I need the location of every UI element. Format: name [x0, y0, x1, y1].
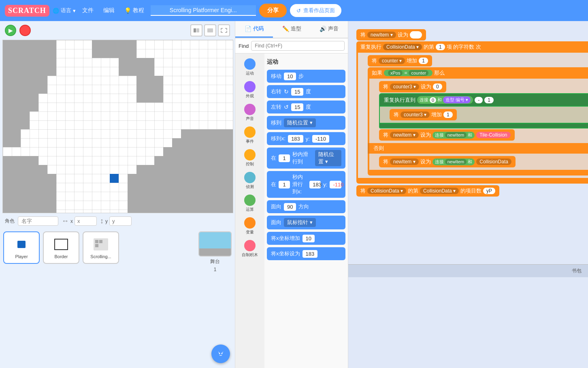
block-turn-left[interactable]: 左转 ↺ 15 度 [267, 101, 345, 113]
svg-rect-28 [199, 248, 232, 257]
svg-rect-19 [3, 156, 38, 165]
file-menu[interactable]: 文件 [79, 5, 97, 16]
counter3-dropdown-2[interactable]: counter3 ▾ [401, 111, 430, 118]
code-workspace[interactable]: 将 newItem ▾ 设为 重复执行 CollisionData ▾ 的第 1… [352, 25, 588, 268]
block-goto-xy[interactable]: 移到x: 183 y: -110 [267, 132, 345, 145]
svg-rect-11 [136, 165, 233, 213]
category-motion[interactable]: 运动 [236, 57, 263, 78]
category-variables[interactable]: 变量 [236, 216, 263, 237]
category-looks[interactable]: 外观 [236, 79, 263, 101]
x-input[interactable] [75, 216, 97, 226]
stage-thumbnail[interactable] [198, 231, 232, 257]
block-inc-counter3[interactable]: 将 counter3 ▾ 增加 1 [390, 109, 588, 120]
block-set-x[interactable]: 将x坐标设为 183 [267, 247, 345, 260]
glide-dropdown[interactable]: 随机位置 ▾ [315, 150, 341, 166]
block-set-collision-bottom[interactable]: 将 CollisionData ▾ 的第 CollisionData ▾ 的项目… [356, 185, 588, 197]
block-increase-counter[interactable]: 将 counter ▾ 增加 1 [368, 55, 588, 66]
fullscreen-icon [221, 28, 227, 33]
share-button[interactable]: 分享 [259, 4, 287, 17]
sprite-item-border[interactable]: Border [43, 231, 79, 264]
block-repeat-until[interactable]: 重复执行直到 连接 0 和 造型 编号 ▾ - 1 [379, 93, 588, 128]
block-change-x[interactable]: 将x坐标增加 10 [267, 232, 345, 245]
block-if-xpos-counter[interactable]: 如果 xPos = counter 那么 [368, 67, 588, 175]
stage-size-buttons [190, 24, 230, 36]
random-dropdown[interactable]: 随机位置 ▾ [284, 118, 316, 127]
normal-stage-button[interactable] [204, 24, 216, 36]
code-icon: 📄 [245, 26, 251, 32]
variables-circle [244, 217, 256, 229]
center-panel: 📄 代码 ✏️ 造型 🔊 声音 Find 运动 [235, 21, 348, 368]
until-condition: 连接 0 和 造型 编号 ▾ [417, 96, 473, 104]
stage-canvas [2, 40, 233, 213]
y-input[interactable] [109, 216, 132, 226]
svg-rect-21 [17, 241, 26, 248]
join-block-2: 连接 newItem 和 [432, 158, 475, 165]
language-button[interactable]: 🌐 语言 ▾ [53, 7, 76, 14]
green-flag-button[interactable]: ▶ [5, 25, 16, 36]
x-label: x [70, 218, 73, 224]
fullscreen-button[interactable] [218, 24, 230, 36]
tab-code[interactable]: 📄 代码 [235, 21, 273, 38]
collision-dropdown-3[interactable]: CollisionData ▾ [367, 188, 406, 194]
small-stage-button[interactable] [190, 24, 202, 36]
collision-index-dropdown[interactable]: CollisionData ▾ [420, 188, 459, 194]
block-turn-right[interactable]: 右转 ↻ 15 度 [267, 85, 345, 98]
y-label: y [105, 218, 108, 224]
block-set-newitem-join2[interactable]: 将 newItem ▾ 设为 连接 newItem 和 Coll [379, 156, 588, 167]
left-panel: ▶ [0, 21, 235, 368]
svg-rect-12 [128, 174, 136, 213]
block-glide-random[interactable]: 在 1 秒内滑行到 随机位置 ▾ [267, 148, 345, 169]
tutorial-button[interactable]: 💡 教程 [121, 5, 147, 16]
newitem-dropdown-1[interactable]: newItem ▾ [367, 32, 396, 38]
scrolling-sprite-icon [93, 237, 109, 251]
scrolling-thumb [91, 236, 111, 252]
top-navigation: SCRATCH 🌐 语言 ▾ 文件 编辑 💡 教程 分享 ↺ 查看作品页面 [0, 0, 588, 21]
code-tabs: 📄 代码 ✏️ 造型 🔊 声音 [235, 21, 348, 39]
category-operators[interactable]: 运算 [236, 193, 263, 214]
edit-menu[interactable]: 编辑 [100, 5, 118, 16]
sprite-item-scrolling[interactable]: Scrolling... [83, 231, 119, 264]
tab-costume[interactable]: ✏️ 造型 [273, 21, 311, 38]
collision-data-dropdown-2[interactable]: CollisionData [476, 158, 511, 165]
svg-rect-6 [3, 111, 30, 129]
block-set-newitem-join[interactable]: 将 newItem ▾ 设为 连接 newItem 和 Tile [379, 129, 588, 141]
sprite-item-player[interactable]: Player [3, 231, 40, 264]
counter3-dropdown-1[interactable]: counter3 ▾ [390, 83, 419, 90]
category-control[interactable]: 控制 [236, 148, 263, 169]
svg-rect-25 [99, 240, 102, 243]
block-set-newitem[interactable]: 将 newItem ▾ 设为 [356, 29, 588, 41]
add-sprite-button[interactable] [211, 344, 230, 363]
minus-val: - [475, 97, 483, 103]
blocks-area: 运动 外观 声音 事件 控制 [235, 53, 348, 368]
svg-rect-24 [95, 240, 98, 243]
sprite-name-input[interactable] [18, 216, 58, 226]
category-sensing[interactable]: 侦测 [236, 170, 263, 191]
block-face-direction[interactable]: 面向 90 方向 [267, 200, 345, 213]
block-move[interactable]: 移动 10 步 [267, 70, 345, 83]
block-goto-random[interactable]: 移到 随机位置 ▾ [267, 116, 345, 130]
scratch-logo[interactable]: SCRATCH [5, 5, 49, 17]
cat-face-icon [216, 349, 226, 359]
project-title-input[interactable] [151, 5, 256, 16]
block-set-counter3[interactable]: 将 counter3 ▾ 设为 0 [379, 81, 588, 92]
main-area: ▶ [0, 21, 588, 368]
right-panel: 将 newItem ▾ 设为 重复执行 CollisionData ▾ 的第 1… [348, 21, 588, 368]
view-page-button[interactable]: ↺ 查看作品页面 [290, 4, 341, 17]
myblocks-circle [244, 240, 256, 251]
block-repeat-collision[interactable]: 重复执行 CollisionData ▾ 的第 1 项 的字符数 次 将 cou… [356, 41, 588, 184]
tab-sound[interactable]: 🔊 声音 [310, 21, 348, 38]
stop-button[interactable] [19, 25, 31, 36]
mouse-dropdown[interactable]: 鼠标指针 ▾ [284, 218, 316, 227]
counter-dropdown[interactable]: counter ▾ [379, 58, 405, 64]
block-glide-xy[interactable]: 在 1 秒内滑行到x: 183 y: -110 [267, 171, 345, 198]
newitem-dropdown-2[interactable]: newItem ▾ [390, 132, 419, 138]
category-events[interactable]: 事件 [236, 125, 263, 146]
category-sound[interactable]: 声音 [236, 102, 263, 123]
collision-dropdown-1[interactable]: CollisionData ▾ [383, 44, 422, 50]
stage-bg-count: 1 [214, 267, 217, 272]
find-input[interactable] [251, 41, 345, 51]
newitem-dropdown-3[interactable]: newItem ▾ [390, 158, 419, 165]
category-myblocks[interactable]: 自制积木 [236, 238, 263, 259]
block-face-mouse[interactable]: 面向 鼠标指针 ▾ [267, 216, 345, 229]
small-stage-icon [193, 28, 200, 33]
